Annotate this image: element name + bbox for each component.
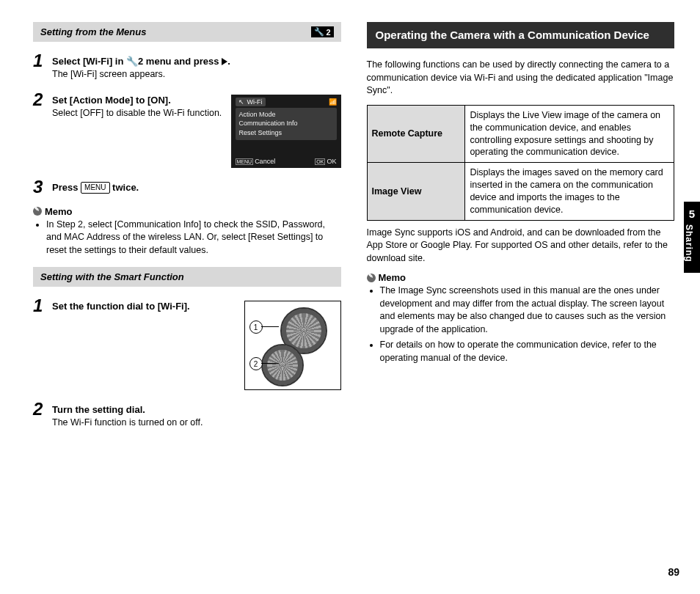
- step-sub: The Wi-Fi function is turned on or off.: [52, 417, 341, 429]
- memo-heading: Memo: [367, 272, 675, 283]
- section-title: Setting with the Smart Function: [40, 271, 184, 282]
- step-title: Set the function dial to [Wi-Fi].: [52, 301, 236, 312]
- page-number: 89: [668, 566, 679, 578]
- step-title: Turn the setting dial.: [52, 404, 341, 415]
- left-column: Setting from the Menus 🔧 2 1 Select [Wi-…: [33, 22, 341, 572]
- feature-name: Remote Capture: [367, 105, 465, 163]
- lcd-screenshot: ↖ Wi-Fi 📶 Action Mode Communication Info…: [231, 95, 341, 168]
- dial-illustration: 1 2: [244, 301, 341, 390]
- smart-step-1: 1 Set the function dial to [Wi-Fi]. 1 2: [33, 297, 341, 390]
- memo-item: In Step 2, select [Communication Info] t…: [46, 219, 341, 257]
- wrench-icon: ↖: [238, 98, 244, 106]
- step-3: 3 Press MENU twice.: [33, 178, 341, 196]
- step-sub: The [Wi-Fi] screen appears.: [52, 68, 341, 81]
- memo-icon: [33, 207, 42, 216]
- lcd-item: Action Mode: [239, 110, 333, 120]
- step-number: 1: [33, 52, 46, 81]
- play-icon: [222, 58, 227, 65]
- callout-1: 1: [249, 320, 263, 334]
- step-number: 1: [33, 297, 46, 390]
- section-header-menus: Setting from the Menus 🔧 2: [33, 22, 341, 42]
- memo-list: The Image Sync screenshots used in this …: [367, 285, 675, 364]
- smart-step-2: 2 Turn the setting dial. The Wi-Fi funct…: [33, 400, 341, 429]
- after-table-paragraph: Image Sync supports iOS and Android, and…: [367, 227, 675, 265]
- section-title: Setting from the Menus: [40, 26, 146, 37]
- table-row: Image View Displays the images saved on …: [367, 163, 674, 221]
- chapter-tab: 5 Sharing: [684, 202, 700, 273]
- intro-paragraph: The following functions can be used by d…: [367, 59, 675, 98]
- lcd-cancel: MENUCancel: [236, 158, 276, 165]
- step-number: 2: [33, 91, 46, 168]
- menu-badge: 🔧 2: [311, 26, 333, 37]
- step-sub: Select [OFF] to disable the Wi-Fi functi…: [52, 107, 222, 120]
- memo-item: For details on how to operate the commun…: [380, 339, 675, 364]
- lcd-item: Communication Info: [239, 119, 333, 128]
- step-title: Set [Action Mode] to [ON].: [52, 95, 222, 106]
- wifi-icon: 📶: [329, 98, 337, 106]
- lcd-ok: OKOK: [315, 158, 336, 165]
- wrench-icon: 🔧: [126, 56, 138, 67]
- chapter-number: 5: [684, 208, 700, 220]
- step-number: 2: [33, 400, 46, 429]
- setting-dial-icon: [261, 344, 304, 386]
- memo-list: In Step 2, select [Communication Info] t…: [33, 219, 341, 257]
- lcd-title: ↖ Wi-Fi: [236, 98, 266, 106]
- section-header-operating: Operating the Camera with a Communicatio…: [367, 22, 675, 48]
- step-2: 2 Set [Action Mode] to [ON]. Select [OFF…: [33, 91, 341, 168]
- lcd-menu: Action Mode Communication Info Reset Set…: [236, 108, 337, 140]
- features-table: Remote Capture Displays the Live View im…: [367, 105, 675, 221]
- badge-label: 2: [326, 28, 330, 37]
- right-column: Operating the Camera with a Communicatio…: [367, 22, 675, 572]
- step-title: Select [Wi-Fi] in 🔧2 menu and press .: [52, 56, 341, 67]
- feature-desc: Displays the Live View image of the came…: [465, 105, 674, 163]
- memo-heading: Memo: [33, 206, 341, 217]
- callout-2: 2: [249, 357, 263, 370]
- section-header-smart: Setting with the Smart Function: [33, 267, 341, 287]
- memo-item: The Image Sync screenshots used in this …: [380, 285, 675, 336]
- chapter-name: Sharing: [684, 224, 694, 263]
- manual-page: 5 Sharing 89 Setting from the Menus 🔧 2 …: [0, 0, 700, 594]
- feature-desc: Displays the images saved on the memory …: [465, 163, 674, 221]
- menu-button-icon: MENU: [81, 182, 109, 194]
- feature-name: Image View: [367, 163, 465, 221]
- step-title: Press MENU twice.: [52, 182, 341, 194]
- step-number: 3: [33, 178, 46, 196]
- table-row: Remote Capture Displays the Live View im…: [367, 105, 674, 163]
- step-1: 1 Select [Wi-Fi] in 🔧2 menu and press . …: [33, 52, 341, 81]
- memo-icon: [367, 274, 376, 282]
- wrench-icon: 🔧: [314, 27, 324, 37]
- lcd-item: Reset Settings: [239, 128, 333, 138]
